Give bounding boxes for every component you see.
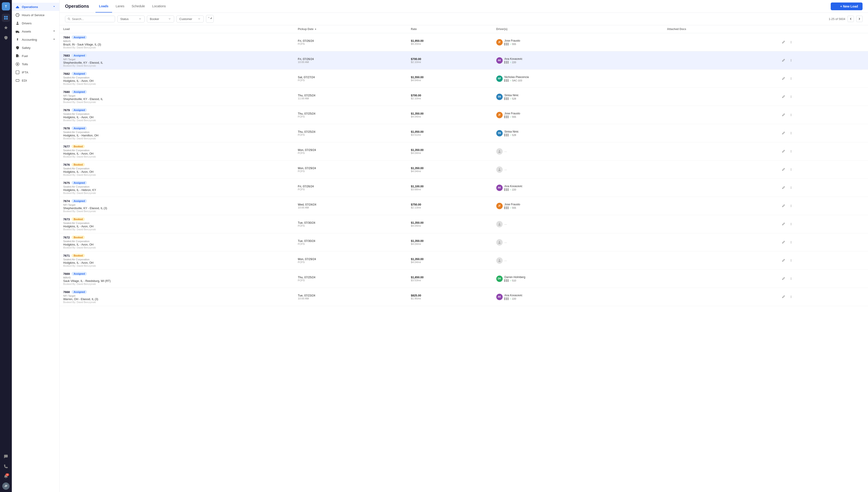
svg-point-27: [791, 114, 791, 114]
svg-point-62: [791, 296, 791, 296]
rate-per-mi: $4.04/mi: [411, 170, 489, 173]
search-input[interactable]: [72, 17, 113, 21]
attached-docs-cell: [663, 51, 776, 70]
edit-button[interactable]: [780, 112, 786, 118]
sidebar-item-tolls[interactable]: Tolls: [12, 60, 59, 68]
edit-button[interactable]: [780, 130, 786, 137]
more-options-button[interactable]: [788, 257, 794, 264]
edit-button[interactable]: [780, 294, 786, 300]
edit-button[interactable]: [780, 75, 786, 82]
booked-by: Booked By: David Berczynski: [63, 301, 291, 303]
prev-page-button[interactable]: [847, 16, 854, 22]
pickup-date-cell: Thu, 07/25/24 FCFS: [294, 270, 407, 288]
booker-filter[interactable]: Booker: [147, 16, 174, 23]
driver-score: SAC-103: [512, 79, 522, 82]
operations-chevron: [52, 5, 56, 9]
driver-cell: DH Darren Holmberg ▌▌▌ ⟐ 510: [496, 275, 660, 282]
more-options-button[interactable]: [788, 239, 794, 246]
grid-icon[interactable]: [2, 14, 10, 22]
next-page-button[interactable]: [856, 16, 863, 22]
table-header-row: Load Pickup Date Rate Driver(s) Attached…: [59, 25, 868, 33]
more-options-button[interactable]: [788, 130, 794, 137]
tab-locations[interactable]: Locations: [148, 0, 169, 13]
sidebar-item-assets[interactable]: Assets: [12, 27, 59, 35]
new-load-button[interactable]: + New Load: [831, 2, 863, 10]
driver-icons: ▌▌▌ ⟐ 528: [504, 134, 519, 137]
sidebar-item-hours-of-service[interactable]: Hours of Service: [12, 11, 59, 19]
edit-button[interactable]: [780, 167, 786, 173]
more-options-button[interactable]: [788, 94, 794, 100]
more-options-button[interactable]: [788, 167, 794, 173]
edit-button[interactable]: [780, 94, 786, 100]
load-id: 7680: [63, 90, 70, 94]
pickup-time: 11:00 AM: [298, 97, 403, 100]
pickup-date: Fri, 07/26/24: [298, 57, 403, 61]
col-pickup-date[interactable]: Pickup Date: [294, 25, 407, 33]
customer-filter[interactable]: Customer: [176, 16, 204, 23]
edit-button[interactable]: [780, 239, 786, 246]
more-options-button[interactable]: [788, 275, 794, 282]
tab-loads[interactable]: Loads: [96, 0, 112, 13]
rate: $1,350.00: [411, 239, 489, 243]
edit-button[interactable]: [780, 275, 786, 282]
sidebar-item-hours-label: Hours of Service: [22, 14, 45, 17]
more-options-button[interactable]: [788, 203, 794, 209]
user-avatar[interactable]: JF: [2, 483, 9, 490]
more-options-button[interactable]: [788, 148, 794, 155]
star-icon[interactable]: [2, 24, 10, 32]
sidebar-item-drivers[interactable]: Drivers: [12, 19, 59, 27]
shield-icon[interactable]: [2, 34, 10, 42]
bell-icon[interactable]: 8: [2, 472, 10, 481]
edit-button[interactable]: [780, 184, 786, 191]
more-options-button[interactable]: [788, 39, 794, 46]
status-badge: Assigned: [72, 90, 87, 94]
toll-icon: [16, 62, 20, 66]
sidebar-item-safety[interactable]: Safety: [12, 44, 59, 52]
unassigned-label: —: [504, 241, 507, 244]
tab-lanes[interactable]: Lanes: [112, 0, 128, 13]
more-options-button[interactable]: [788, 221, 794, 227]
driver-avatar: JF: [496, 203, 503, 209]
more-options-button[interactable]: [788, 57, 794, 64]
more-options-button[interactable]: [788, 75, 794, 82]
pickup-date: Thu, 07/25/24: [298, 94, 403, 97]
rate: $1,350.00: [411, 257, 489, 261]
load-cell: 7683 Assigned NFI Target Shepherdsville,…: [59, 51, 294, 70]
phone-icon[interactable]: [2, 463, 10, 471]
chat-icon[interactable]: [2, 452, 10, 461]
tab-schedule[interactable]: Schedule: [128, 0, 148, 13]
edit-button[interactable]: [780, 148, 786, 155]
refresh-button[interactable]: [206, 15, 214, 23]
edit-button[interactable]: [780, 57, 786, 64]
row-actions: [780, 294, 864, 300]
attached-docs-cell: [663, 270, 776, 288]
more-options-button[interactable]: [788, 112, 794, 118]
wifi-icon: ⟐: [510, 297, 511, 300]
pickup-date: Thu, 07/25/24: [298, 112, 403, 115]
sidebar-item-operations[interactable]: Operations: [12, 3, 59, 11]
sidebar-item-fuel[interactable]: Fuel: [12, 52, 59, 60]
pickup-date-cell: Thu, 07/25/24 FCFS: [294, 106, 407, 124]
edit-button[interactable]: [780, 203, 786, 209]
load-cell: 7676 Booked Sealed Air Corporation Hodgk…: [59, 161, 294, 179]
more-options-button[interactable]: [788, 294, 794, 300]
rate: $1,050.00: [411, 130, 489, 133]
pickup-date: Thu, 07/25/24: [298, 276, 403, 279]
svg-point-58: [791, 261, 791, 262]
edit-button[interactable]: [780, 39, 786, 46]
svg-point-49: [791, 224, 791, 224]
sidebar-item-ifta[interactable]: IFTA: [12, 68, 59, 76]
load-cell: 7680 Assigned NFI Target Shepherdsville,…: [59, 88, 294, 106]
status-filter[interactable]: Status: [117, 16, 145, 23]
customer-name: MAHS: [63, 40, 291, 43]
sidebar-item-accounting[interactable]: Accounting: [12, 35, 59, 44]
edit-button[interactable]: [780, 221, 786, 227]
more-options-button[interactable]: [788, 184, 794, 191]
attached-docs-cell: [663, 142, 776, 161]
svg-point-41: [791, 187, 791, 187]
sidebar-item-edi[interactable]: EDI: [12, 76, 59, 84]
booked-by: Booked By: David Berczynski: [63, 137, 291, 140]
edit-button[interactable]: [780, 257, 786, 264]
svg-rect-6: [16, 31, 19, 32]
pickup-time: FCFS: [298, 170, 403, 173]
